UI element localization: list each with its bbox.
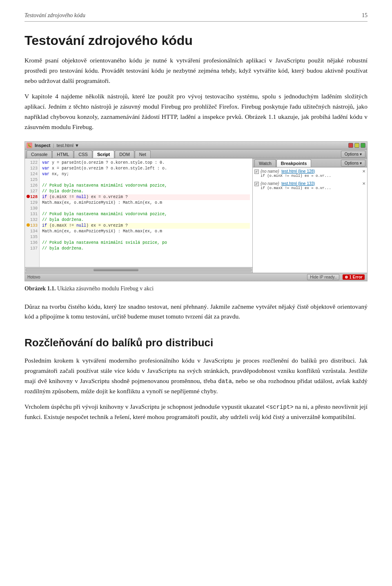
bp-info-2: {no name} test.html (line 133) if (o.max… <box>261 181 361 190</box>
breakpoints-list: {no name} test.html (line 128) if (o.min… <box>253 167 367 273</box>
firebug-titlebar: 🐛 Inspect | test.html ▼ <box>25 142 367 149</box>
firebug-statusbar: Hotovo Hide IP ready.. ⊗ 1 Error <box>25 273 367 281</box>
right-panel: Watch Breakpoints Options ▾ {no name} te… <box>253 158 367 273</box>
bp-name-2: {no name} test.html (line 133) <box>261 181 361 186</box>
line-128: 128 <box>27 194 38 200</box>
code-line-125 <box>42 177 250 183</box>
line-129: 129 <box>27 200 38 206</box>
bp-file-1[interactable]: test.html (line 128) <box>281 169 315 174</box>
code-panel: 122 123 124 125 126 127 128 129 130 131 … <box>25 158 253 273</box>
maximize-btn[interactable] <box>361 143 365 148</box>
right-options-button[interactable]: Options ▾ <box>341 160 365 167</box>
status-right: Hide IP ready.. ⊗ 1 Error <box>307 274 365 280</box>
bp-condition-1: if (o.minX != null) ex = o.vr... <box>261 174 361 178</box>
tab-console[interactable]: Console <box>27 150 52 158</box>
header-page-number: 15 <box>362 12 368 19</box>
line-126: 126 <box>27 183 38 189</box>
page-header: Testování zdrojového kódu 15 <box>24 12 368 22</box>
header-title: Testování zdrojového kódu <box>24 12 85 19</box>
scroll-track[interactable] <box>26 268 252 272</box>
section2-paragraph-2: Vrcholem úspěchu při vývoji knihovny v J… <box>24 402 368 422</box>
bp-checkbox-1[interactable] <box>254 169 259 174</box>
code-line-136: // Pokud byla nastavena minimální svislá… <box>42 240 250 246</box>
after-figure-paragraph: Důraz na tvorbu čistého kódu, který lze … <box>24 302 368 322</box>
right-panel-tabs: Watch Breakpoints Options ▾ <box>253 158 367 167</box>
window-controls <box>348 143 365 148</box>
code-line-124: var nx, ny; <box>42 172 250 177</box>
code-line-130 <box>42 206 250 212</box>
code-lines-area: 122 123 124 125 126 127 128 129 130 131 … <box>25 158 252 267</box>
error-dot-128 <box>27 195 30 198</box>
figure-text: Ukázka zásuvného modulu Firebug v akci <box>57 285 154 292</box>
minimize-btn[interactable] <box>354 143 359 148</box>
code-line-126: // Pokud byla nastavena minimální vodoro… <box>42 183 250 189</box>
firebug-main: 122 123 124 125 126 127 128 129 130 131 … <box>25 158 367 273</box>
code-line-135 <box>42 234 250 240</box>
line-134: 134 <box>27 229 38 234</box>
bp-condition-2: if (o.maxX != null) ex = o.vr... <box>261 186 361 190</box>
section2-paragraph-1: Posledním krokem k vytváření moderního p… <box>24 356 368 396</box>
bp-label-1: {no name} <box>261 169 279 174</box>
line-132: 132 <box>27 217 38 223</box>
options-button[interactable]: Options ▾ <box>341 151 365 158</box>
code-scrollbar[interactable] <box>25 267 252 273</box>
bp-close-1[interactable]: ✕ <box>362 169 365 174</box>
status-text: Hotovo <box>27 275 304 279</box>
bp-dot-133 <box>27 223 30 227</box>
line-131: 131 <box>27 212 38 217</box>
code-line-132: // byla dodržena. <box>42 217 250 223</box>
bp-checkbox-2[interactable] <box>254 182 259 186</box>
tab-breakpoints[interactable]: Breakpoints <box>276 159 312 167</box>
line-numbers: 122 123 124 125 126 127 128 129 130 131 … <box>25 158 40 267</box>
line-122: 122 <box>27 160 38 166</box>
bp-name-1: {no name} test.html (line 128) <box>261 169 361 174</box>
code-line-137: // byla dodržena. <box>42 246 250 252</box>
code-line-131: // Pokud byla nastavena maximální vodoro… <box>42 212 250 217</box>
figure-caption: Obrázek 1.1. Ukázka zásuvného modulu Fir… <box>24 285 368 292</box>
line-133: 133 <box>27 223 38 229</box>
code-line-123: var x = parseInt(o.vrezim ? o.koren.styl… <box>42 166 250 172</box>
tab-watch[interactable]: Watch <box>254 159 276 167</box>
breakpoint-item-1: {no name} test.html (line 128) if (o.min… <box>254 169 365 178</box>
filename-label[interactable]: test.html ▼ <box>56 143 79 148</box>
tab-css[interactable]: CSS <box>74 150 92 158</box>
line-124: 124 <box>27 172 38 177</box>
line-123: 123 <box>27 166 38 172</box>
bp-info-1: {no name} test.html (line 128) if (o.min… <box>261 169 361 178</box>
section2-title: Rozčleňování do balíků pro distribuci <box>24 336 368 349</box>
error-badge[interactable]: ⊗ 1 Error <box>343 274 365 280</box>
line-136: 136 <box>27 240 38 246</box>
line-135: 135 <box>27 234 38 240</box>
line-125: 125 <box>27 177 38 183</box>
close-btn[interactable] <box>348 143 353 148</box>
line-130: 130 <box>27 206 38 212</box>
code-line-122: var y = parseInt(o.orezim ? o.koren.styl… <box>42 160 250 166</box>
tab-net[interactable]: Net <box>135 150 151 158</box>
tab-dom[interactable]: DOM <box>115 150 134 158</box>
line-127: 127 <box>27 189 38 194</box>
inspect-button[interactable]: Inspect <box>35 143 51 148</box>
code-line-127: // byla dodržena. <box>42 189 250 194</box>
bp-file-2[interactable]: test.html (line 133) <box>281 181 315 186</box>
title-separator: | <box>53 143 54 148</box>
scroll-thumb[interactable] <box>94 269 138 271</box>
breakpoint-item-2: {no name} test.html (line 133) if (o.max… <box>254 181 365 190</box>
code-line-128: if (o.minX != null) ex = o.vrezim ? <box>42 194 250 200</box>
tab-html[interactable]: HTML <box>52 150 74 158</box>
chapter-paragraph-2: V kapitole 4 najdeme několik nástrojů, k… <box>24 91 368 132</box>
hide-ip-button[interactable]: Hide IP ready.. <box>307 274 339 280</box>
firebug-screenshot: 🐛 Inspect | test.html ▼ Console HTML CSS… <box>24 141 368 281</box>
code-line-129: Math.max(ex, o.minPoziceMysiX) : Math.mi… <box>42 200 250 206</box>
code-line-133: if (o.maxX != null) ex = o.vrezim ? <box>42 223 250 229</box>
line-137: 137 <box>27 246 38 252</box>
code-content: var y = parseInt(o.orezim ? o.koren.styl… <box>40 158 252 267</box>
firebug-tabs: Console HTML CSS Script DOM Net Options … <box>25 149 367 158</box>
chapter-title: Testování zdrojového kódu <box>24 33 368 48</box>
bp-label-2: {no name} <box>261 181 279 186</box>
code-line-134: Math.min(ex, o.maxPoziceMysiX) : Math.ma… <box>42 229 250 234</box>
firebug-icon: 🐛 <box>27 143 32 148</box>
figure-label: Obrázek 1.1. <box>24 285 56 292</box>
tab-script[interactable]: Script <box>93 150 114 158</box>
chapter-paragraph-1: Kromě psaní objektově orientovaného kódu… <box>24 56 368 86</box>
bp-close-2[interactable]: ✕ <box>362 181 365 186</box>
